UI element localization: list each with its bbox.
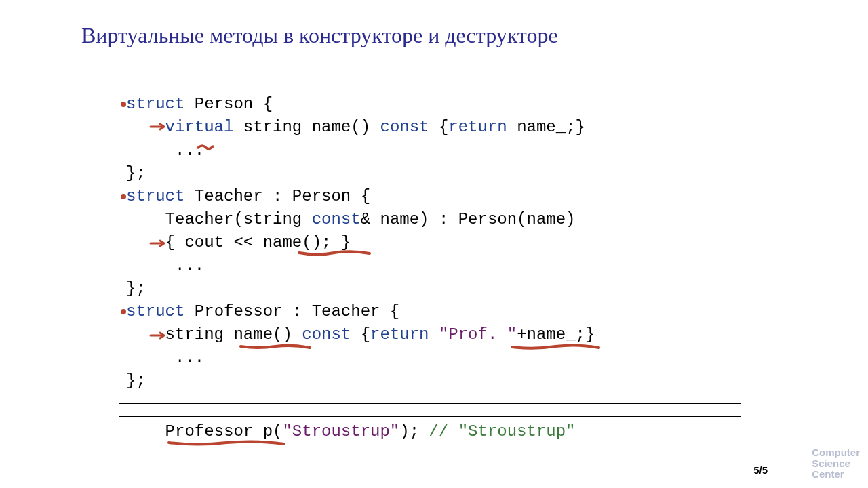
slide-title: Виртуальные методы в конструкторе и дест… xyxy=(81,23,558,48)
brand-logo: Computer Science Center xyxy=(812,447,860,480)
code-box-usage: Professor p("Stroustrup"); // "Stroustru… xyxy=(119,416,741,443)
logo-line: Center xyxy=(812,469,860,480)
code-usage: Professor p("Stroustrup"); // "Stroustru… xyxy=(119,417,741,447)
code-box-main: struct Person { virtual string name() co… xyxy=(119,87,741,404)
code-main: struct Person { virtual string name() co… xyxy=(119,87,741,396)
logo-line: Science xyxy=(812,458,860,469)
logo-line: Computer xyxy=(812,447,860,458)
page-number: 5/5 xyxy=(753,464,768,476)
